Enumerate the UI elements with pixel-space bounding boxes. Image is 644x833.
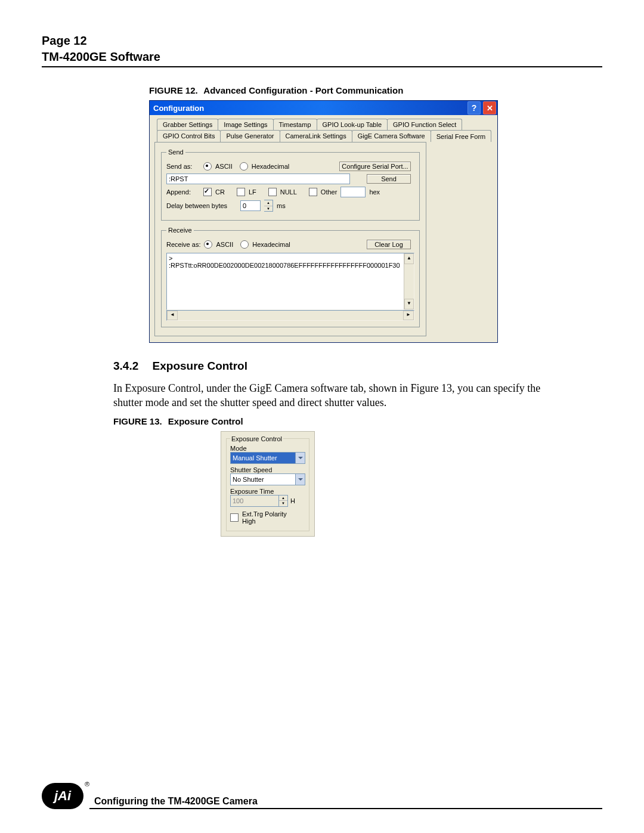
spin-down-icon[interactable]: ▼ bbox=[264, 206, 273, 212]
speed-combo[interactable]: No Shutter bbox=[230, 473, 305, 485]
figure13-label: FIGURE 13. bbox=[113, 416, 162, 426]
cr-label: CR bbox=[215, 188, 225, 196]
tab-image-settings[interactable]: Image Settings bbox=[218, 119, 273, 131]
chevron-down-icon[interactable] bbox=[295, 474, 305, 485]
section-number: 3.4.2 bbox=[113, 360, 138, 372]
tab-pulse-generator[interactable]: Pulse Generator bbox=[220, 130, 280, 142]
mode-value: Manual Shutter bbox=[231, 453, 295, 463]
mode-label: Mode bbox=[230, 445, 305, 452]
figure13-caption: FIGURE 13. Exposure Control bbox=[113, 416, 602, 426]
chevron-down-icon[interactable] bbox=[295, 453, 305, 463]
time-input: 100 bbox=[230, 495, 279, 507]
doc-title: TM-4200GE Software bbox=[42, 49, 602, 65]
lf-checkbox[interactable] bbox=[237, 188, 245, 196]
delay-label: Delay between bytes bbox=[166, 202, 237, 209]
receive-legend: Receive bbox=[166, 227, 194, 234]
send-hex-label: Hexadecimal bbox=[252, 163, 290, 170]
dialog-title: Configuration bbox=[153, 104, 466, 113]
lf-label: LF bbox=[249, 188, 256, 196]
send-button[interactable]: Send bbox=[367, 174, 411, 184]
speed-label: Shutter Speed bbox=[230, 466, 305, 473]
exposure-group: Exposure Control Mode Manual Shutter Shu… bbox=[226, 435, 309, 531]
polarity-label: Ext.Trg Polarity High bbox=[242, 510, 302, 525]
figure12-label: FIGURE 12. bbox=[149, 85, 198, 95]
spin-up-icon[interactable]: ▲ bbox=[264, 200, 273, 206]
tab-gpio-lookup[interactable]: GPIO Look-up Table bbox=[317, 119, 388, 131]
configuration-dialog: Configuration ? ✕ Grabber Settings Image… bbox=[149, 100, 498, 343]
tab-cameralink[interactable]: CameraLink Settings bbox=[280, 130, 352, 142]
clear-log-button[interactable]: Clear Log bbox=[367, 240, 411, 249]
page-header: Page 12 TM-4200GE Software bbox=[42, 33, 602, 67]
configure-serial-button[interactable]: Configure Serial Port... bbox=[339, 162, 411, 171]
section-heading: 3.4.2 Exposure Control bbox=[113, 360, 602, 373]
send-as-label: Send as: bbox=[166, 163, 200, 170]
append-label: Append: bbox=[166, 188, 200, 196]
tab-gige-camera[interactable]: GigE Camera Software bbox=[352, 130, 431, 142]
scroll-down-icon[interactable]: ▼ bbox=[404, 299, 414, 309]
null-checkbox[interactable] bbox=[268, 188, 277, 196]
receive-log[interactable]: > :RPSTtt:oRR00DE002000DE00218000786EFFF… bbox=[166, 253, 414, 310]
exposure-legend: Exposure Control bbox=[230, 435, 283, 442]
help-button[interactable]: ? bbox=[467, 101, 481, 114]
receive-ascii-label: ASCII bbox=[216, 241, 233, 248]
send-legend: Send bbox=[166, 148, 185, 156]
time-unit: H bbox=[290, 497, 295, 504]
figure12-caption: FIGURE 12. Advanced Configuration - Port… bbox=[149, 85, 602, 95]
other-label: Other bbox=[321, 188, 338, 196]
log-text: > :RPSTtt:oRR00DE002000DE00218000786EFFF… bbox=[169, 255, 400, 269]
spin-down-icon[interactable]: ▼ bbox=[279, 501, 287, 506]
registered-mark: ® bbox=[85, 781, 89, 788]
tab-content: Send Send as: ASCII Hexadecimal Configur… bbox=[154, 142, 426, 336]
delay-unit: ms bbox=[277, 202, 286, 209]
receive-as-label: Receive as: bbox=[166, 241, 200, 248]
titlebar[interactable]: Configuration ? ✕ bbox=[150, 101, 497, 115]
other-checkbox[interactable] bbox=[309, 188, 317, 196]
other-input[interactable] bbox=[340, 187, 366, 197]
footer-text: Configuring the TM-4200GE Camera bbox=[89, 796, 258, 806]
send-hex-radio[interactable] bbox=[240, 162, 248, 171]
send-group: Send Send as: ASCII Hexadecimal Configur… bbox=[161, 148, 420, 221]
scroll-right-icon[interactable]: ► bbox=[403, 311, 414, 320]
tab-serial-free-form[interactable]: Serial Free Form bbox=[431, 130, 492, 142]
figure12-title: Advanced Configuration - Port Communicat… bbox=[203, 85, 403, 95]
tab-timestamp[interactable]: Timestamp bbox=[273, 119, 317, 131]
log-hscrollbar[interactable]: ◄ ► bbox=[166, 310, 414, 321]
time-value: 100 bbox=[231, 496, 278, 506]
receive-hex-radio[interactable] bbox=[240, 240, 249, 249]
scroll-left-icon[interactable]: ◄ bbox=[167, 311, 178, 320]
page-number: Page 12 bbox=[42, 33, 602, 49]
other-hex-label: hex bbox=[369, 188, 380, 196]
polarity-checkbox[interactable] bbox=[230, 513, 239, 522]
tab-gpio-function[interactable]: GPIO Function Select bbox=[387, 119, 462, 131]
log-vscrollbar[interactable]: ▲ ▼ bbox=[404, 253, 414, 309]
null-label: NULL bbox=[280, 188, 297, 196]
command-input[interactable] bbox=[166, 174, 350, 184]
tab-gpio-control[interactable]: GPIO Control Bits bbox=[157, 130, 221, 142]
tabs-row-1: Grabber Settings Image Settings Timestam… bbox=[154, 119, 493, 131]
speed-value: No Shutter bbox=[231, 474, 295, 485]
receive-ascii-radio[interactable] bbox=[204, 240, 212, 249]
exposure-panel: Exposure Control Mode Manual Shutter Shu… bbox=[221, 431, 315, 537]
close-button[interactable]: ✕ bbox=[483, 101, 496, 114]
time-label: Exposure Time bbox=[230, 488, 305, 495]
logo-text: jAi bbox=[54, 788, 71, 804]
section-title: Exposure Control bbox=[153, 360, 247, 372]
jai-logo: jAi ® bbox=[42, 783, 83, 809]
receive-hex-label: Hexadecimal bbox=[252, 241, 290, 248]
page-footer: jAi ® Configuring the TM-4200GE Camera bbox=[42, 783, 602, 809]
tab-grabber-settings[interactable]: Grabber Settings bbox=[157, 119, 218, 131]
spin-up-icon[interactable]: ▲ bbox=[279, 496, 287, 501]
receive-group: Receive Receive as: ASCII Hexadecimal Cl… bbox=[161, 227, 420, 327]
send-ascii-label: ASCII bbox=[215, 163, 233, 170]
mode-combo[interactable]: Manual Shutter bbox=[230, 452, 305, 464]
scroll-up-icon[interactable]: ▲ bbox=[404, 253, 414, 264]
cr-checkbox[interactable] bbox=[203, 188, 212, 196]
figure13-title: Exposure Control bbox=[168, 416, 243, 426]
delay-spinner[interactable]: ▲▼ bbox=[264, 200, 273, 212]
send-ascii-radio[interactable] bbox=[203, 162, 212, 171]
delay-input[interactable] bbox=[240, 200, 261, 211]
section-paragraph: In Exposure Control, under the GigE Came… bbox=[113, 381, 566, 410]
time-spinner[interactable]: ▲▼ bbox=[279, 495, 288, 507]
tabs-row-2: GPIO Control Bits Pulse Generator Camera… bbox=[154, 130, 493, 142]
